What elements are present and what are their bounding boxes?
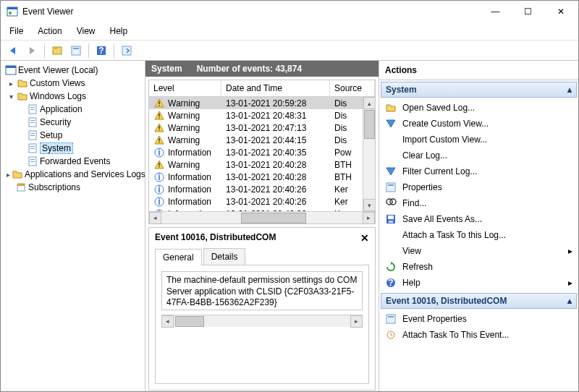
tree-log-forwarded[interactable]: Forwarded Events <box>2 155 143 168</box>
action-item[interactable]: Clear Log... <box>381 148 577 163</box>
properties-button[interactable] <box>68 43 84 59</box>
svg-text:?: ? <box>98 46 103 56</box>
menu-help[interactable]: Help <box>107 25 131 38</box>
expand-icon[interactable]: ▸ <box>7 80 15 88</box>
collapse-icon[interactable]: ▾ <box>7 93 15 101</box>
action-item[interactable]: Filter Current Log... <box>381 163 577 179</box>
center-pane: System Number of events: 43,874 Level Da… <box>145 61 379 392</box>
action-item[interactable]: Open Saved Log... <box>381 100 577 116</box>
tree-log-system[interactable]: System <box>2 142 143 155</box>
svg-rect-57 <box>386 315 395 323</box>
column-header-datetime[interactable]: Date and Time <box>221 80 330 96</box>
event-row[interactable]: iInformation13-01-2021 20:40:35Pow <box>149 146 375 158</box>
actions-system-header[interactable]: System ▴ <box>381 82 577 98</box>
information-icon: i <box>153 184 165 195</box>
tree-root[interactable]: Event Viewer (Local) <box>2 64 143 77</box>
close-window-button[interactable]: ✕ <box>544 1 577 22</box>
action-item[interactable]: ?Help▸ <box>381 275 577 291</box>
svg-rect-8 <box>122 46 131 55</box>
menu-view[interactable]: View <box>74 25 98 38</box>
help-button[interactable]: ? <box>93 43 109 59</box>
event-detail-pane: Event 10016, DistributedCOM ✕ General De… <box>148 227 376 391</box>
actions-pane: Actions System ▴ Open Saved Log...Create… <box>379 61 578 392</box>
window-title: Event Viewer <box>22 7 73 17</box>
event-row[interactable]: Warning13-01-2021 20:59:28Dis <box>149 97 375 109</box>
menu-action[interactable]: Action <box>35 25 64 38</box>
tree-log-application[interactable]: Application <box>2 103 143 116</box>
event-row[interactable]: Warning13-01-2021 20:47:13Dis <box>149 122 375 134</box>
action-item[interactable]: Attach Task To This Event... <box>381 327 577 343</box>
tab-details[interactable]: Details <box>203 248 246 265</box>
tree-windows-logs[interactable]: ▾ Windows Logs <box>2 90 143 103</box>
log-header: System Number of events: 43,874 <box>145 61 379 77</box>
scrollbar-thumb[interactable] <box>175 316 204 327</box>
action-item[interactable]: View▸ <box>381 243 577 259</box>
expand-icon[interactable]: ▸ <box>7 171 10 179</box>
event-row[interactable]: iInformation13-01-2021 20:40:26Ker <box>149 183 375 195</box>
show-hide-tree-button[interactable] <box>49 43 65 59</box>
actions-event-header[interactable]: Event 10016, DistributedCOM ▴ <box>381 293 577 309</box>
scroll-right-icon[interactable]: ▸ <box>363 212 375 224</box>
vertical-scrollbar[interactable]: ▴ ▾ <box>363 97 375 211</box>
action-icon <box>385 118 397 129</box>
action-label: Filter Current Log... <box>402 166 477 176</box>
action-item[interactable]: Event Properties <box>381 311 577 327</box>
scroll-left-icon[interactable]: ◂ <box>161 315 174 328</box>
tree-label: Applications and Services Logs <box>25 169 145 179</box>
action-item[interactable]: Properties <box>381 179 577 195</box>
menu-file[interactable]: File <box>7 25 26 38</box>
tree-custom-views[interactable]: ▸ Custom Views <box>2 77 143 90</box>
close-detail-button[interactable]: ✕ <box>360 232 369 244</box>
maximize-button[interactable]: ☐ <box>512 1 544 22</box>
event-row[interactable]: Warning13-01-2021 20:48:31Dis <box>149 109 375 122</box>
cell-datetime: 13-01-2021 20:40:28 <box>221 171 330 183</box>
action-item[interactable]: Refresh <box>381 259 577 275</box>
scroll-right-icon[interactable]: ▸ <box>350 315 363 328</box>
event-row[interactable]: iInformation13-01-2021 20:40:26Ker <box>149 208 375 211</box>
action-item[interactable]: Find... <box>381 195 577 211</box>
event-row[interactable]: Warning13-01-2021 20:44:15Dis <box>149 134 375 146</box>
information-icon: i <box>153 147 165 158</box>
tree-label: System <box>40 142 73 154</box>
action-pane-button[interactable] <box>119 43 135 59</box>
tab-general[interactable]: General <box>155 249 202 265</box>
action-item[interactable]: Create Custom View... <box>381 116 577 132</box>
tree-log-security[interactable]: Security <box>2 116 143 129</box>
minimize-button[interactable]: — <box>479 1 512 22</box>
event-row[interactable]: iInformation13-01-2021 20:40:26Ker <box>149 195 375 208</box>
svg-rect-15 <box>30 120 35 121</box>
scroll-up-icon[interactable]: ▴ <box>363 97 375 109</box>
action-label: Clear Log... <box>402 150 447 161</box>
svg-rect-35 <box>159 142 159 142</box>
scrollbar-thumb[interactable] <box>241 213 306 223</box>
column-header-level[interactable]: Level <box>149 80 221 96</box>
collapse-icon[interactable]: ▴ <box>567 85 572 95</box>
navigation-tree[interactable]: Event Viewer (Local) ▸ Custom Views ▾ Wi… <box>1 61 145 392</box>
scrollbar-thumb[interactable] <box>364 110 375 139</box>
tree-subscriptions[interactable]: Subscriptions <box>2 181 143 194</box>
action-icon <box>385 197 397 209</box>
horizontal-scrollbar[interactable]: ◂ ▸ <box>161 315 363 327</box>
tree-apps-services[interactable]: ▸ Applications and Services Logs <box>2 168 143 181</box>
scroll-left-icon[interactable]: ◂ <box>149 212 161 224</box>
tree-log-setup[interactable]: Setup <box>2 129 143 142</box>
event-grid[interactable]: Level Date and Time Source Warning13-01-… <box>148 80 376 224</box>
back-button[interactable] <box>5 43 21 59</box>
warning-icon <box>153 122 165 134</box>
scroll-down-icon[interactable]: ▾ <box>363 199 375 211</box>
event-count: Number of events: 43,874 <box>197 64 302 74</box>
action-item[interactable]: Save All Events As... <box>381 211 577 227</box>
column-header-source[interactable]: Source <box>330 80 375 96</box>
action-item[interactable]: Attach a Task To this Log... <box>381 227 577 243</box>
collapse-icon[interactable]: ▴ <box>567 296 572 306</box>
event-row[interactable]: iInformation13-01-2021 20:40:28BTH <box>149 171 375 183</box>
folder-icon <box>17 77 28 89</box>
detail-title: Event 10016, DistributedCOM <box>155 232 276 244</box>
forward-button[interactable] <box>24 43 40 59</box>
toolbar-separator <box>44 43 45 58</box>
svg-rect-5 <box>73 48 79 49</box>
event-row[interactable]: Warning13-01-2021 20:40:28BTH <box>149 158 375 171</box>
warning-icon <box>153 135 165 146</box>
horizontal-scrollbar[interactable]: ◂ ▸ <box>149 211 375 223</box>
action-item[interactable]: Import Custom View... <box>381 132 577 148</box>
